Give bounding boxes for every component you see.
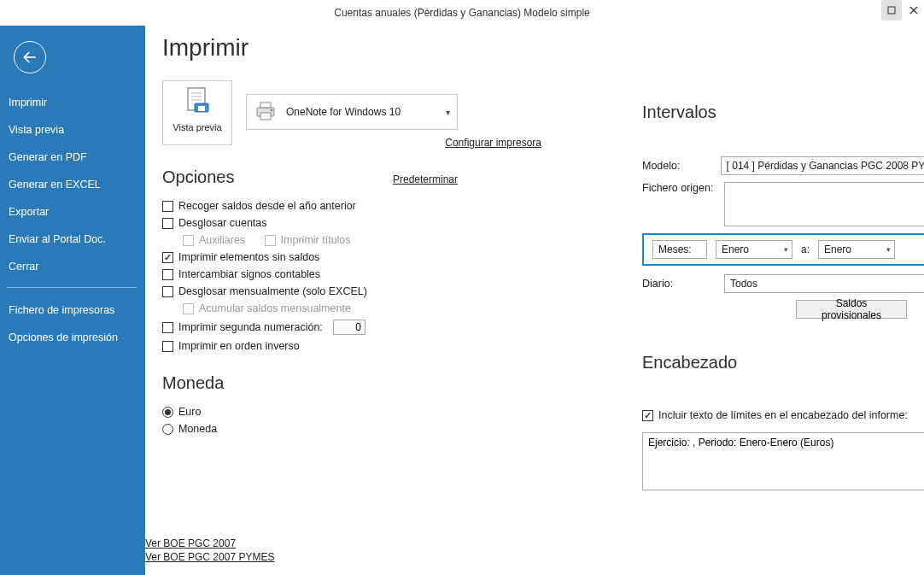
- link-boe-pgc-2007[interactable]: Ver BOE PGC 2007: [145, 537, 236, 549]
- sidebar: Imprimir Vista previa Generar en PDF Gen…: [0, 26, 145, 575]
- page-title: Imprimir: [162, 34, 905, 62]
- chk-recoger-saldos[interactable]: [162, 201, 173, 212]
- vista-previa-button[interactable]: Vista previa: [162, 80, 232, 145]
- chk-imprimir-titulos: [265, 235, 276, 246]
- svg-point-13: [271, 109, 273, 111]
- nav-vista-previa[interactable]: Vista previa: [0, 116, 145, 144]
- nav-opciones-impresion[interactable]: Opciones de impresión: [0, 324, 145, 351]
- opciones-heading: Opciones: [162, 167, 235, 187]
- nav-cerrar[interactable]: Cerrar: [0, 253, 145, 280]
- close-button[interactable]: [904, 0, 924, 21]
- printer-select[interactable]: OneNote for Windows 10 ▾: [246, 94, 458, 130]
- nav-imprimir[interactable]: Imprimir: [0, 89, 145, 116]
- diario-select[interactable]: Todos ▾: [724, 274, 924, 293]
- lbl-acumular-saldos: Acumular saldos mensualmente: [199, 302, 351, 314]
- encabezado-textarea[interactable]: [642, 432, 924, 490]
- chk-desglosar-cuentas[interactable]: [162, 218, 173, 229]
- meses-highlight: Meses: Enero ▾ a: Enero ▾: [642, 233, 924, 266]
- lbl-imprimir-sin-saldos: Imprimir elementos sin saldos: [178, 251, 319, 263]
- diario-value: Todos: [730, 278, 757, 290]
- meses-label: Meses:: [658, 243, 692, 255]
- lbl-imprimir-titulos: Imprimir títulos: [281, 234, 351, 246]
- chk-intercambiar-signos[interactable]: [162, 269, 173, 280]
- fichero-origen-label: Fichero origen:: [642, 182, 717, 194]
- lbl-intercambiar-signos: Intercambiar signos contables: [178, 268, 320, 280]
- main-panel: Imprimir Vista previa: [145, 26, 924, 575]
- configurar-impresora-link[interactable]: Configurar impresora: [445, 137, 541, 149]
- lbl-auxiliares: Auxiliares: [199, 234, 245, 246]
- chevron-down-icon: ▾: [886, 245, 891, 254]
- modelo-value: [ 014 ] Pérdidas y Ganancias PGC 2008 PY…: [727, 160, 924, 172]
- vista-previa-label: Vista previa: [163, 122, 231, 132]
- printer-icon: [254, 99, 278, 126]
- nav-separator: [7, 287, 137, 288]
- right-column: Intervalos Modelo: [ 014 ] Pérdidas y Ga…: [642, 103, 924, 493]
- chk-incluir-limites[interactable]: [642, 410, 653, 421]
- mes-desde-select[interactable]: Enero ▾: [716, 240, 792, 259]
- chk-segunda-numeracion[interactable]: [162, 322, 173, 333]
- printer-name: OneNote for Windows 10: [286, 106, 401, 118]
- chk-auxiliares: [183, 235, 194, 246]
- nav-generar-excel[interactable]: Generar en EXCEL: [0, 171, 145, 198]
- lbl-recoger-saldos: Recoger saldos desde el año anterior: [178, 200, 356, 212]
- titlebar: Cuentas anuales (Pérdidas y Ganancias) M…: [0, 0, 924, 26]
- intervalos-heading: Intervalos: [642, 103, 924, 122]
- lbl-desglosar-mensual: Desglosar mensualmente (solo EXCEL): [178, 285, 367, 297]
- maximize-button[interactable]: [881, 0, 902, 21]
- radio-euro[interactable]: [162, 407, 173, 418]
- lbl-euro: Euro: [178, 406, 201, 418]
- lbl-incluir-limites: Incluir texto de límites en el encabezad…: [658, 409, 908, 421]
- lbl-desglosar-cuentas: Desglosar cuentas: [178, 217, 267, 229]
- lbl-orden-inverso: Imprimir en orden inverso: [178, 340, 300, 352]
- window: Cuentas anuales (Pérdidas y Ganancias) M…: [0, 0, 924, 575]
- mes-hasta-value: Enero: [824, 243, 851, 255]
- chk-desglosar-mensual[interactable]: [162, 286, 173, 297]
- footer-links: Ver BOE PGC 2007 Ver BOE PGC 2007 PYMES: [145, 537, 274, 565]
- nav-fichero-impresoras[interactable]: Fichero de impresoras: [0, 296, 145, 324]
- lbl-moneda: Moneda: [178, 423, 217, 435]
- radio-moneda[interactable]: [162, 424, 173, 435]
- back-button[interactable]: [14, 41, 46, 73]
- modelo-select[interactable]: [ 014 ] Pérdidas y Ganancias PGC 2008 PY…: [721, 156, 924, 175]
- meses-label-box: Meses:: [652, 240, 707, 259]
- mes-hasta-select[interactable]: Enero ▾: [818, 240, 895, 259]
- svg-rect-11: [260, 103, 271, 108]
- document-printer-icon: [180, 86, 214, 120]
- chevron-down-icon: ▾: [784, 245, 788, 254]
- lbl-segunda-numeracion: Imprimir segunda numeración:: [178, 321, 323, 333]
- nav-enviar-portal[interactable]: Enviar al Portal Doc.: [0, 226, 145, 253]
- a-label: a:: [801, 243, 810, 255]
- svg-rect-12: [260, 113, 271, 120]
- svg-rect-0: [888, 7, 895, 14]
- diario-label: Diario:: [642, 278, 717, 290]
- window-title: Cuentas anuales (Pérdidas y Ganancias) M…: [334, 7, 590, 19]
- nav-exportar[interactable]: Exportar: [0, 198, 145, 226]
- chk-imprimir-sin-saldos[interactable]: [162, 252, 173, 263]
- chk-acumular-saldos: [183, 303, 194, 314]
- fichero-origen-input[interactable]: ▴ ▾: [724, 182, 924, 226]
- segunda-numeracion-input[interactable]: [333, 320, 366, 335]
- nav-generar-pdf[interactable]: Generar en PDF: [0, 144, 145, 171]
- link-boe-pgc-2007-pymes[interactable]: Ver BOE PGC 2007 PYMES: [145, 551, 274, 563]
- chk-orden-inverso[interactable]: [162, 341, 173, 352]
- saldos-provisionales-button[interactable]: Saldos provisionales: [796, 300, 907, 319]
- mes-desde-value: Enero: [722, 243, 749, 255]
- svg-rect-9: [198, 106, 205, 111]
- chevron-down-icon: ▾: [446, 108, 450, 117]
- modelo-label: Modelo:: [642, 160, 714, 172]
- encabezado-heading: Encabezado: [642, 353, 924, 373]
- predeterminar-link[interactable]: Predeterminar: [393, 173, 458, 185]
